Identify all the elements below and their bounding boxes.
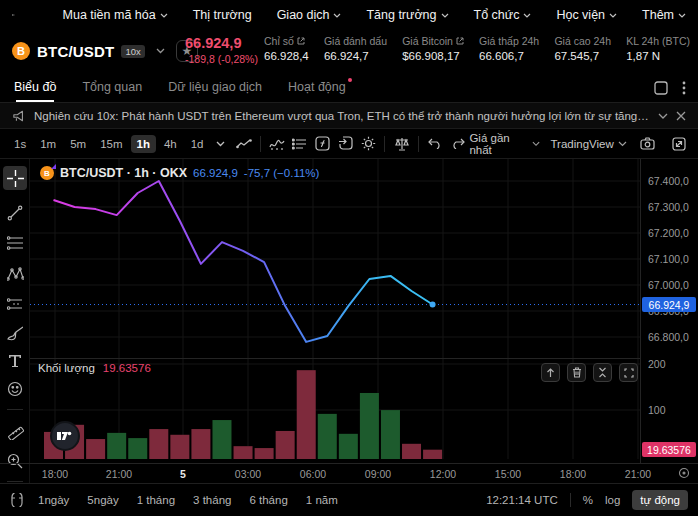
volume-bar <box>128 438 147 459</box>
price-scale[interactable]: 67.400,067.300,067.200,067.100,067.000,0… <box>640 159 698 463</box>
price-mode-dropdown[interactable]: Giá gần nhất <box>469 132 540 156</box>
nav-item-mua-tien-ma-hoa[interactable]: Mua tiền mã hóa <box>63 8 168 22</box>
interval-5m[interactable]: 5m <box>64 135 92 153</box>
news-text[interactable]: Nghiên cứu 10x: Phát hành USDT trên Ethe… <box>34 110 650 122</box>
okx-logo[interactable] <box>12 7 15 23</box>
pair-selector[interactable]: B BTC/USDT 10x ★ <box>12 30 198 72</box>
auto-scale-button[interactable]: tự động <box>632 490 688 510</box>
time-tick-label: 21:00 <box>106 468 132 480</box>
fullscreen-icon[interactable] <box>668 132 690 156</box>
nav-item-them[interactable]: Thêm <box>642 8 686 22</box>
nav-item-thi-truong[interactable]: Thị trường <box>193 8 252 22</box>
toolbar-divider <box>7 409 23 410</box>
text-tool-icon[interactable] <box>3 349 27 373</box>
range-1-nam[interactable]: 1 năm <box>306 494 338 506</box>
volume-bar <box>191 429 210 459</box>
interval-4h[interactable]: 4h <box>158 135 183 153</box>
range-5ngay[interactable]: 5ngày <box>87 494 118 506</box>
magnet-icon[interactable] <box>10 493 24 507</box>
range-1-thang[interactable]: 1 tháng <box>137 494 175 506</box>
redo-icon[interactable] <box>447 132 470 156</box>
nav-item-to-chuc[interactable]: Tổ chức <box>474 8 532 22</box>
stat-value: 66.606,7 <box>479 50 539 62</box>
nav-item-hoc-vien[interactable]: Học viện <box>556 8 617 22</box>
time-tick-label: 03:00 <box>235 468 261 480</box>
range-3-thang[interactable]: 3 tháng <box>193 494 231 506</box>
move-pane-up-button[interactable] <box>541 363 560 382</box>
time-tick-label: 18:00 <box>42 468 68 480</box>
interval-1d[interactable]: 1d <box>185 135 210 153</box>
last-price-dot <box>430 302 436 308</box>
volume-bar <box>86 439 105 459</box>
export-icon[interactable] <box>334 132 357 156</box>
provider-dropdown[interactable]: TradingView <box>550 138 626 150</box>
log-scale-button[interactable]: log <box>605 494 620 506</box>
xabcd-pattern-tool-icon[interactable] <box>3 262 27 286</box>
tab-du-lieu-giao-dich[interactable]: Dữ liệu giao dịch <box>168 72 262 102</box>
volume-bar <box>212 420 231 459</box>
legend-price: 66.924,9 <box>193 167 238 179</box>
nav-items: Mua tiền mã hóaThị trườngGiao dịchTăng t… <box>63 8 686 22</box>
price-chart[interactable] <box>30 159 640 463</box>
interval-1m[interactable]: 1m <box>34 135 62 153</box>
chart-style-icon[interactable] <box>232 132 255 156</box>
clock-utc[interactable]: 12:21:14 UTC <box>486 494 558 506</box>
template-icon[interactable] <box>289 132 312 156</box>
interval-1s[interactable]: 1s <box>8 135 32 153</box>
scroll-to-realtime-icon[interactable] <box>678 467 690 479</box>
volume-bar <box>402 444 421 459</box>
drawing-toolbar <box>0 159 30 483</box>
stat-value: 66.928,4 <box>264 50 309 62</box>
external-link-icon[interactable] <box>456 37 464 45</box>
volume-pane-controls <box>541 363 638 382</box>
intervals-dropdown-icon[interactable] <box>210 132 233 156</box>
external-link-icon[interactable] <box>297 37 305 45</box>
delete-pane-button[interactable] <box>567 363 586 382</box>
nav-item-giao-dich[interactable]: Giao dịch <box>277 8 342 22</box>
time-axis[interactable]: 18:0021:00503:0006:0009:0012:0015:0018:0… <box>0 463 698 481</box>
trendline-tool-icon[interactable] <box>3 201 27 225</box>
function-icon[interactable] <box>311 132 334 156</box>
range-buttons: 1ngày5ngày1 tháng3 tháng6 tháng1 năm <box>38 494 338 506</box>
chevron-down-icon <box>156 48 165 54</box>
nav-item-tang-truong[interactable]: Tăng trưởng <box>366 8 448 22</box>
news-close-icon[interactable] <box>676 111 686 121</box>
ruler-tool-icon[interactable] <box>3 419 27 443</box>
range-6-thang[interactable]: 6 tháng <box>249 494 287 506</box>
crosshair-tool-icon[interactable] <box>3 166 27 190</box>
indicators-icon[interactable] <box>266 132 289 156</box>
panel-layout-icon[interactable] <box>654 81 668 95</box>
collapse-pane-button[interactable] <box>593 363 612 382</box>
percent-scale-button[interactable]: % <box>583 494 593 506</box>
position-tool-icon[interactable] <box>3 292 27 316</box>
undo-icon[interactable] <box>424 132 447 156</box>
btc-coin-icon: B <box>40 166 54 180</box>
range-1ngay[interactable]: 1ngày <box>38 494 69 506</box>
leverage-badge: 10x <box>121 45 144 58</box>
chart-legend: B BTC/USDT · 1h · OKX 66.924,9 -75,7 (−0… <box>40 166 319 180</box>
emoji-tool-icon[interactable] <box>3 377 27 401</box>
more-options-icon[interactable] <box>682 81 686 95</box>
volume-bar <box>234 446 253 459</box>
brush-tool-icon[interactable] <box>3 321 27 345</box>
fib-retracement-tool-icon[interactable] <box>3 231 27 255</box>
interval-15m[interactable]: 15m <box>94 135 128 153</box>
stat-value: $66.908,17 <box>402 50 464 62</box>
chevron-down-icon <box>609 13 617 18</box>
last-price-badge: 66.924,9 <box>642 297 696 312</box>
view-tabs: Biểu đồTổng quanDữ liệu giao dịchHoạt độ… <box>0 72 698 103</box>
interval-1h[interactable]: 1h <box>131 135 156 153</box>
settings-gear-icon[interactable] <box>357 132 380 156</box>
tab-hoat-ong[interactable]: Hoạt động <box>288 72 346 102</box>
tab-tong-quan[interactable]: Tổng quan <box>82 72 142 102</box>
compare-scale-icon[interactable] <box>390 132 413 156</box>
price-change: -189,8 (-0,28%) <box>185 53 258 65</box>
camera-screenshot-icon[interactable] <box>637 132 659 156</box>
price-tick-label: 67.100,0 <box>648 253 689 265</box>
tab-bieu-o[interactable]: Biểu đồ <box>14 72 56 102</box>
legend-title: BTC/USDT · 1h · OKX <box>60 166 187 180</box>
stat-kl-24h-btc-: KL 24h (BTC)1,87 N <box>626 35 690 62</box>
news-expand-chevron-icon[interactable] <box>658 113 668 119</box>
maximize-pane-button[interactable] <box>619 363 638 382</box>
last-price: 66.924,9 <box>185 35 258 51</box>
